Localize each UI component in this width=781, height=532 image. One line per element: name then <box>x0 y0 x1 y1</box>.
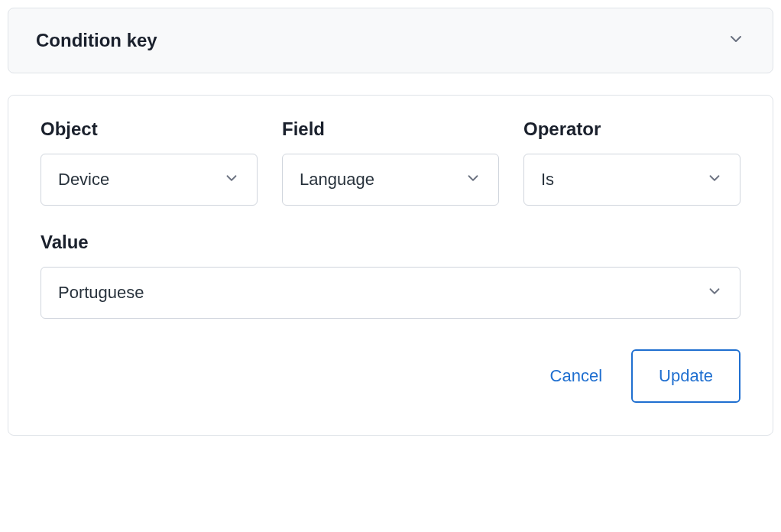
chevron-down-icon <box>223 170 240 190</box>
field-select-value: Language <box>300 170 374 190</box>
button-row: Cancel Update <box>41 349 740 403</box>
operator-label: Operator <box>523 118 740 140</box>
field-field-group: Field Language <box>282 118 499 206</box>
object-select[interactable]: Device <box>41 154 258 206</box>
value-label: Value <box>41 232 740 253</box>
condition-row: Object Device Field Language Operator Is <box>41 118 740 206</box>
object-label: Object <box>41 118 258 140</box>
object-field-group: Object Device <box>41 118 258 206</box>
accordion-title: Condition key <box>36 30 157 51</box>
chevron-down-icon <box>465 170 481 190</box>
field-label: Field <box>282 118 499 140</box>
chevron-down-icon <box>706 283 723 303</box>
chevron-down-icon <box>706 170 723 190</box>
field-select[interactable]: Language <box>282 154 499 206</box>
operator-field-group: Operator Is <box>523 118 740 206</box>
value-field-group: Value Portuguese <box>41 232 740 319</box>
operator-select[interactable]: Is <box>523 154 740 206</box>
update-button[interactable]: Update <box>631 349 740 403</box>
object-select-value: Device <box>58 170 109 190</box>
value-select-value: Portuguese <box>58 283 144 303</box>
condition-key-accordion-header[interactable]: Condition key <box>8 8 773 73</box>
value-select[interactable]: Portuguese <box>41 267 740 319</box>
chevron-down-icon <box>727 30 745 51</box>
operator-select-value: Is <box>541 170 554 190</box>
condition-editor-panel: Object Device Field Language Operator Is <box>8 95 773 436</box>
cancel-button[interactable]: Cancel <box>547 360 605 392</box>
